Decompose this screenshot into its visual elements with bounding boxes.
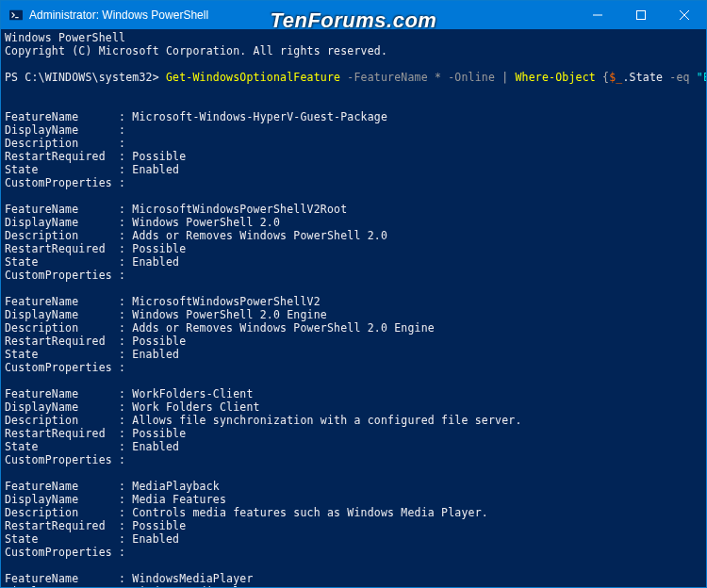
- str-enabled: "Enabled": [697, 71, 706, 84]
- powershell-icon: [8, 8, 24, 23]
- member-state: .State: [622, 71, 663, 84]
- header-line1: Windows PowerShell: [5, 31, 125, 44]
- maximize-button[interactable]: [619, 1, 663, 29]
- var-underscore: $_: [609, 71, 622, 84]
- param-online: -Online: [441, 71, 495, 84]
- svg-rect-3: [637, 11, 646, 20]
- header-line2: Copyright (C) Microsoft Corporation. All…: [5, 44, 387, 57]
- window-title: Administrator: Windows PowerShell: [29, 8, 208, 22]
- prompt-prefix: PS C:\WINDOWS\system32>: [5, 71, 166, 84]
- console-area[interactable]: Windows PowerShell Copyright (C) Microso…: [1, 29, 706, 587]
- command-output: FeatureName : Microsoft-Windows-HyperV-G…: [5, 110, 596, 587]
- window-controls: [576, 1, 706, 29]
- arg-star: *: [435, 71, 441, 84]
- param-featurename: -FeatureName: [340, 71, 435, 84]
- minimize-button[interactable]: [576, 1, 619, 29]
- close-button[interactable]: [663, 1, 706, 29]
- titlebar: Administrator: Windows PowerShell: [1, 1, 706, 29]
- pipe: |: [495, 71, 515, 84]
- cmdlet-get: Get-WindowsOptionalFeature: [166, 71, 340, 84]
- cmdlet-where: Where-Object: [515, 71, 595, 84]
- powershell-window: Administrator: Windows PowerShell TenFor…: [0, 0, 707, 588]
- brace-open: {: [596, 71, 609, 84]
- op-eq: -eq: [663, 71, 697, 84]
- svg-rect-0: [9, 10, 23, 21]
